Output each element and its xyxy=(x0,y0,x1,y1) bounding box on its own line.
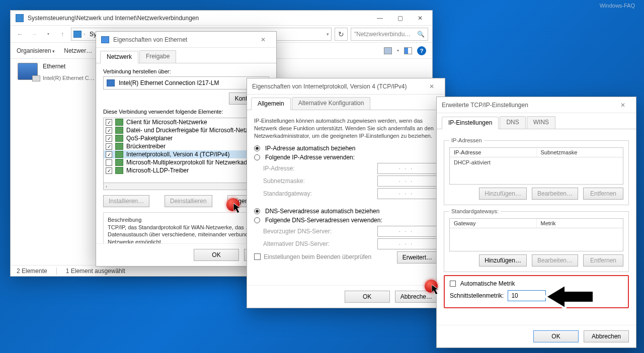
close-button[interactable]: ✕ xyxy=(410,11,430,25)
control-panel-icon xyxy=(16,14,24,22)
protocol-icon xyxy=(115,167,123,174)
checkbox-icon[interactable]: ✓ xyxy=(106,167,112,174)
tab-ip-settings[interactable]: IP-Einstellungen xyxy=(442,117,499,129)
tab-general[interactable]: Allgemein xyxy=(251,98,291,110)
add-gateway-button[interactable]: Hinzufügen… xyxy=(479,254,527,267)
horizontal-scrollbar[interactable]: ‹ xyxy=(103,183,269,190)
nic-field: Intel(R) Ethernet Connection I217-LM xyxy=(103,76,269,90)
nic-icon xyxy=(107,79,115,86)
auto-metric-checkbox[interactable]: Automatische Metrik xyxy=(450,280,623,287)
chevron-down-icon[interactable]: ▾ xyxy=(327,32,329,37)
component-item[interactable]: ✓QoS-Paketplaner xyxy=(104,134,269,142)
component-item[interactable]: ✓Client für Microsoft-Netzwerke xyxy=(104,118,269,126)
tab-wins[interactable]: WINS xyxy=(527,116,555,129)
radio-use-dns[interactable]: Folgende DNS-Serveradressen verwenden: xyxy=(254,217,438,224)
forward-button[interactable]: → xyxy=(29,29,40,40)
dns2-input: ··· xyxy=(377,238,438,249)
preview-pane-icon[interactable] xyxy=(404,47,412,54)
dialog-title: Erweiterte TCP/IP-Einstellungen xyxy=(442,102,528,109)
desktop-watermark: Windows-FAQ xyxy=(600,3,635,9)
advanced-tcpip-dialog: Erweiterte TCP/IP-Einstellungen ✕ IP-Ein… xyxy=(436,97,636,348)
nic-icon xyxy=(101,36,109,43)
ok-button[interactable]: OK xyxy=(533,330,579,342)
cancel-button[interactable]: Abbrechen xyxy=(584,330,629,342)
status-selection: 1 Element ausgewählt xyxy=(66,268,125,275)
refresh-button[interactable]: ↻ xyxy=(335,28,348,41)
ip-address-table[interactable]: IP-Adresse Subnetzmaske DHCP-aktiviert xyxy=(449,147,623,185)
help-button[interactable]: ? xyxy=(417,46,426,55)
col-mask: Subnetzmaske xyxy=(537,148,623,157)
checkbox-icon[interactable]: ✓ xyxy=(106,143,112,150)
radio-icon xyxy=(254,145,260,151)
up-button[interactable]: ↑ xyxy=(57,29,68,40)
radio-obtain-ip-auto[interactable]: IP-Adresse automatisch beziehen xyxy=(254,145,438,152)
search-input[interactable]: "Netzwerkverbindu… 🔍 xyxy=(351,28,428,41)
component-label: Microsoft-LLDP-Treiber xyxy=(126,167,189,174)
col-gateway: Gateway xyxy=(450,219,537,228)
edit-ip-button[interactable]: Bearbeiten… xyxy=(532,188,578,200)
maximize-button[interactable]: ▢ xyxy=(390,11,410,25)
component-item[interactable]: ✓Datei- und Druckerfreigabe für Microsof… xyxy=(104,126,269,134)
ok-button[interactable]: OK xyxy=(345,291,390,303)
status-item-count: 2 Elemente xyxy=(17,268,47,275)
dns2-label: Alternativer DNS-Server: xyxy=(263,240,330,247)
cancel-button[interactable]: Abbreche… xyxy=(395,291,438,303)
back-button[interactable]: ← xyxy=(15,29,26,40)
tab-dns[interactable]: DNS xyxy=(500,116,525,129)
radio-use-ip[interactable]: Folgende IP-Adresse verwenden: xyxy=(254,154,438,161)
gateway-table[interactable]: Gateway Metrik xyxy=(449,218,623,251)
protocol-icon xyxy=(115,119,123,126)
component-item[interactable]: ✓Internetprotokoll, Version 4 (TCP/IPv4) xyxy=(104,150,269,158)
uninstall-button[interactable]: Deinstallieren xyxy=(165,195,212,207)
component-item[interactable]: Microsoft-Multiplexorprotokoll für Netzw… xyxy=(104,158,269,166)
group-label: Standardgateways: xyxy=(449,208,501,214)
advanced-button[interactable]: Erweitert… xyxy=(397,251,438,263)
component-label: QoS-Paketplaner xyxy=(126,135,173,142)
remove-gateway-button[interactable]: Entfernen xyxy=(583,254,623,267)
component-label: Client für Microsoft-Netzwerke xyxy=(126,119,207,126)
dns1-label: Bevorzugter DNS-Server: xyxy=(263,228,332,235)
checkbox-icon[interactable]: ✓ xyxy=(106,135,112,142)
ok-button[interactable]: OK xyxy=(194,249,239,261)
window-title: Systemsteuerung\Netzwerk und Internet\Ne… xyxy=(28,15,199,22)
minimize-button[interactable]: — xyxy=(370,11,390,25)
gateway-input: ··· xyxy=(377,188,438,199)
components-list[interactable]: ✓Client für Microsoft-Netzwerke✓Datei- u… xyxy=(103,118,269,183)
adapter-item-ethernet[interactable]: Ethernet Intel(R) Ethernet C… xyxy=(11,59,102,265)
component-item[interactable]: ✓Microsoft-LLDP-Treiber xyxy=(104,166,269,174)
close-button[interactable]: ✕ xyxy=(615,98,631,112)
checkbox-icon[interactable]: ✓ xyxy=(106,119,112,126)
view-options-icon[interactable] xyxy=(384,47,392,54)
gateway-label: Standardgateway: xyxy=(263,190,312,197)
remove-ip-button[interactable]: Entfernen xyxy=(583,188,623,200)
protocol-icon xyxy=(115,127,123,134)
cmd-network[interactable]: Netzwer… xyxy=(64,47,92,54)
edit-gateway-button[interactable]: Bearbeiten… xyxy=(532,254,578,267)
add-ip-button[interactable]: Hinzufügen… xyxy=(479,188,527,200)
close-button[interactable]: ✕ xyxy=(424,79,440,94)
component-item[interactable]: ✓Brückentreiber xyxy=(104,142,269,150)
checkbox-icon[interactable]: ✓ xyxy=(106,127,112,134)
dialog-title: Eigenschaften von Internetprotokoll, Ver… xyxy=(252,83,407,90)
organize-menu[interactable]: Organisieren xyxy=(17,47,55,54)
description-heading: Beschreibung xyxy=(108,217,265,223)
component-label: Internetprotokoll, Version 4 (TCP/IPv4) xyxy=(126,151,229,158)
interface-metric-input[interactable] xyxy=(508,290,546,301)
ip-address-input: ··· xyxy=(377,163,438,174)
ip-address-label: IP-Adresse: xyxy=(263,165,295,172)
close-button[interactable]: ✕ xyxy=(255,33,271,47)
tab-sharing[interactable]: Freigabe xyxy=(139,50,176,63)
checkbox-icon[interactable]: ✓ xyxy=(106,151,112,158)
group-label: IP-Adressen xyxy=(449,137,484,143)
nic-name: Intel(R) Ethernet Connection I217-LM xyxy=(119,79,219,86)
checkbox-icon[interactable] xyxy=(106,159,112,166)
recent-locations-button[interactable]: ▾ xyxy=(43,29,54,40)
radio-obtain-dns-auto[interactable]: DNS-Serveradresse automatisch beziehen xyxy=(254,208,438,215)
chevron-down-icon[interactable]: ▾ xyxy=(397,48,399,53)
adapter-device: Intel(R) Ethernet C… xyxy=(43,70,95,81)
tab-network[interactable]: Netzwerk xyxy=(100,51,138,63)
protocol-icon xyxy=(115,135,123,142)
connect-using-label: Verbindung herstellen über: xyxy=(103,68,269,74)
install-button[interactable]: Installieren… xyxy=(103,195,149,207)
tab-alternate[interactable]: Alternative Konfiguration xyxy=(292,97,371,110)
